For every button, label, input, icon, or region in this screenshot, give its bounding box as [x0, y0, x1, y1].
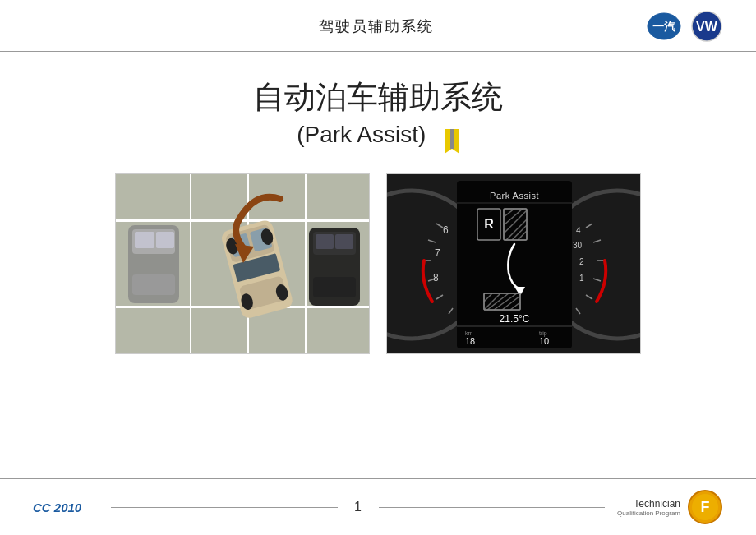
- svg-line-37: [586, 295, 592, 299]
- footer-page-number: 1: [350, 500, 366, 514]
- svg-text:Park Assist: Park Assist: [490, 191, 539, 201]
- svg-rect-7: [135, 232, 154, 248]
- dashboard-svg: 6 7 8 4 30 2 1 Park Assist R: [387, 174, 641, 354]
- svg-line-36: [593, 279, 601, 281]
- header-title: 驾驶员辅助系统: [107, 16, 646, 36]
- svg-text:一汽: 一汽: [652, 20, 675, 33]
- footer-right: Technician Qualification Program F: [617, 489, 723, 525]
- svg-text:7: 7: [435, 247, 440, 259]
- svg-text:18: 18: [465, 336, 475, 346]
- header-logos: 一汽 VW: [646, 10, 723, 43]
- svg-line-32: [449, 308, 453, 314]
- parking-diagram-image: [115, 173, 370, 354]
- svg-line-27: [436, 224, 443, 228]
- svg-text:F: F: [701, 499, 710, 515]
- bookmark-icon: [438, 129, 459, 149]
- svg-text:VW: VW: [696, 20, 718, 34]
- images-row: 6 7 8 4 30 2 1 Park Assist R: [49, 173, 707, 354]
- svg-text:R: R: [484, 217, 494, 231]
- svg-text:8: 8: [433, 272, 439, 284]
- svg-text:10: 10: [539, 336, 549, 346]
- vw-logo-icon: VW: [690, 10, 723, 43]
- main-content: 自动泊车辅助系统 (Park Assist): [0, 52, 756, 371]
- page-title-chinese: 自动泊车辅助系统: [49, 76, 707, 118]
- technician-text: Technician Qualification Program: [617, 498, 680, 517]
- footer-cc-label: CC 2010: [33, 500, 99, 514]
- page-title-english: (Park Assist): [297, 122, 426, 148]
- technician-badge-icon: F: [687, 489, 723, 525]
- svg-line-34: [593, 240, 601, 242]
- footer: CC 2010 1 Technician Qualification Progr…: [0, 478, 756, 535]
- svg-line-28: [428, 240, 436, 242]
- svg-rect-23: [335, 234, 353, 249]
- svg-rect-22: [316, 234, 334, 249]
- svg-rect-21: [313, 277, 356, 297]
- svg-line-33: [586, 224, 592, 228]
- svg-text:30: 30: [573, 241, 583, 250]
- svg-text:2: 2: [579, 257, 584, 266]
- page-title-area: 自动泊车辅助系统 (Park Assist): [49, 76, 707, 149]
- svg-rect-8: [156, 232, 174, 248]
- faw-logo-icon: 一汽: [646, 12, 682, 41]
- svg-line-38: [576, 308, 580, 314]
- svg-line-31: [436, 295, 443, 299]
- svg-rect-6: [132, 274, 175, 295]
- svg-text:1: 1: [579, 274, 584, 283]
- svg-text:21.5°C: 21.5°C: [500, 313, 530, 325]
- footer-line-right: [379, 507, 606, 508]
- parking-scene-svg: [116, 174, 370, 354]
- svg-text:km: km: [465, 330, 473, 336]
- header: 驾驶员辅助系统 一汽 VW: [0, 0, 756, 52]
- technician-label: Technician: [617, 498, 680, 510]
- dashboard-display-image: 6 7 8 4 30 2 1 Park Assist R: [386, 173, 641, 354]
- svg-text:6: 6: [443, 224, 449, 236]
- footer-line-left: [111, 507, 338, 508]
- svg-text:4: 4: [576, 226, 581, 235]
- technician-sub: Qualification Program: [617, 510, 680, 517]
